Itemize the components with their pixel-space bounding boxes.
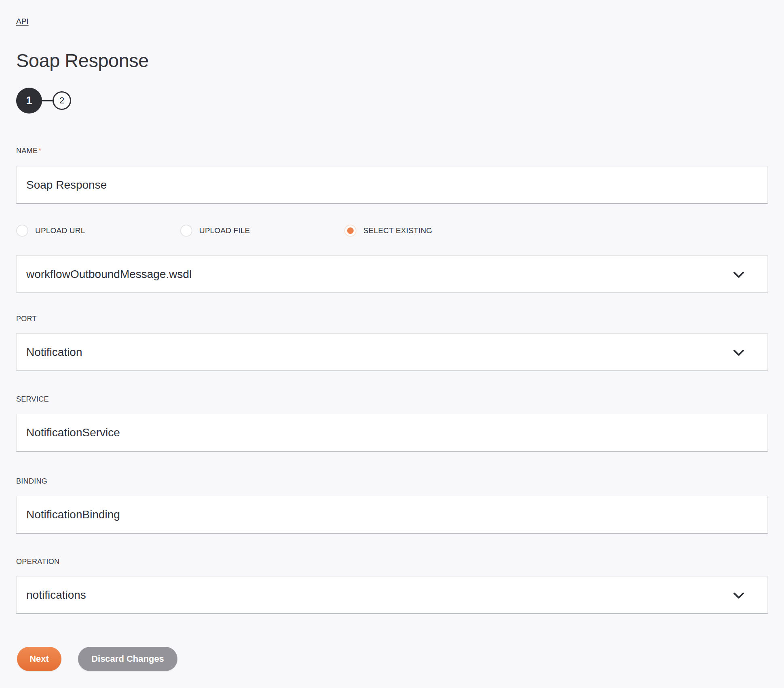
port-select[interactable]: Notification [16,333,768,371]
next-button[interactable]: Next [17,647,61,671]
service-field-label: SERVICE [16,395,768,404]
stepper: 1 2 [16,88,768,114]
source-type-radio-group: UPLOAD URL UPLOAD FILE SELECT EXISTING [16,225,768,237]
chevron-down-icon [733,349,744,356]
required-asterisk: * [38,147,41,155]
discard-changes-button[interactable]: Discard Changes [78,647,177,671]
name-field-label: NAME* [16,147,768,155]
radio-upload-file-label: UPLOAD FILE [199,226,250,235]
radio-upload-url[interactable]: UPLOAD URL [16,225,180,237]
port-select-value: Notification [26,346,82,359]
step-1-indicator[interactable]: 1 [16,88,42,114]
chevron-down-icon [733,271,744,278]
soap-response-config-page: API Soap Response 1 2 NAME* UPLOAD URL U… [0,0,784,671]
name-input[interactable] [16,166,768,204]
radio-circle-icon [180,225,192,237]
radio-circle-icon [16,225,28,237]
operation-select-value: notifications [26,589,86,602]
binding-value-field: NotificationBinding [16,496,768,534]
radio-select-existing-label: SELECT EXISTING [363,226,432,235]
name-label-text: NAME [16,147,38,155]
binding-value: NotificationBinding [26,508,120,521]
service-value: NotificationService [26,426,120,439]
chevron-down-icon [733,592,744,599]
port-field-label: PORT [16,315,768,323]
wsdl-select-value: workflowOutboundMessage.wsdl [26,268,192,281]
action-bar: Next Discard Changes [16,647,768,671]
radio-upload-url-label: UPLOAD URL [35,226,85,235]
wsdl-select[interactable]: workflowOutboundMessage.wsdl [16,255,768,293]
breadcrumb-api-link[interactable]: API [16,17,29,26]
binding-field-label: BINDING [16,477,768,486]
operation-field-label: OPERATION [16,558,768,566]
operation-select[interactable]: notifications [16,576,768,614]
service-value-field: NotificationService [16,414,768,452]
page-title: Soap Response [16,49,768,72]
radio-circle-icon [344,225,356,237]
radio-upload-file[interactable]: UPLOAD FILE [180,225,344,237]
radio-select-existing[interactable]: SELECT EXISTING [344,225,508,237]
step-connector [42,100,53,101]
step-2-indicator[interactable]: 2 [53,91,71,110]
